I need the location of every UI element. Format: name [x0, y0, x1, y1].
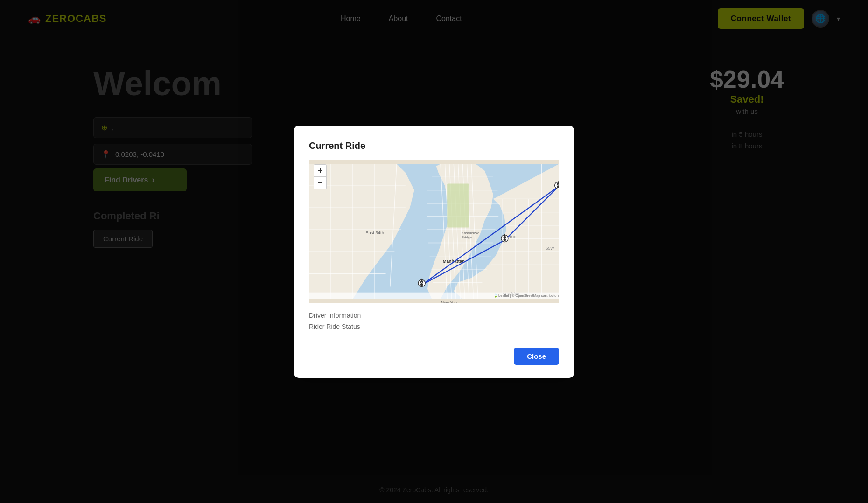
svg-text:Manhattan: Manhattan	[443, 258, 465, 263]
map-zoom-controls: + −	[314, 164, 327, 189]
map-container: + −	[309, 160, 559, 303]
map-svg: East 34th New York Brooklyn Manhattan Br…	[309, 160, 559, 303]
modal-title: Current Ride	[309, 140, 559, 151]
svg-point-58	[504, 238, 506, 241]
svg-text:🍃 Leaflet | © OpenStreetMap c: 🍃 Leaflet | © OpenStreetMap contributors	[493, 293, 559, 298]
svg-point-61	[420, 283, 423, 286]
zoom-out-button[interactable]: −	[314, 177, 326, 189]
svg-rect-40	[447, 183, 469, 227]
modal-driver-info: Driver Information	[309, 312, 559, 319]
modal-overlay[interactable]: Current Ride + −	[0, 0, 868, 503]
svg-text:55W: 55W	[546, 245, 554, 250]
current-ride-modal: Current Ride + −	[294, 126, 574, 378]
zoom-in-button[interactable]: +	[314, 165, 326, 177]
svg-text:East 34th: East 34th	[365, 230, 384, 235]
close-button[interactable]: Close	[514, 348, 559, 365]
modal-footer: Close	[309, 348, 559, 365]
svg-text:Kosciuszko: Kosciuszko	[462, 231, 479, 235]
modal-divider	[309, 339, 559, 339]
svg-text:Bridge: Bridge	[462, 235, 472, 239]
svg-text:New York: New York	[441, 300, 458, 303]
modal-ride-status: Rider Ride Status	[309, 323, 559, 330]
